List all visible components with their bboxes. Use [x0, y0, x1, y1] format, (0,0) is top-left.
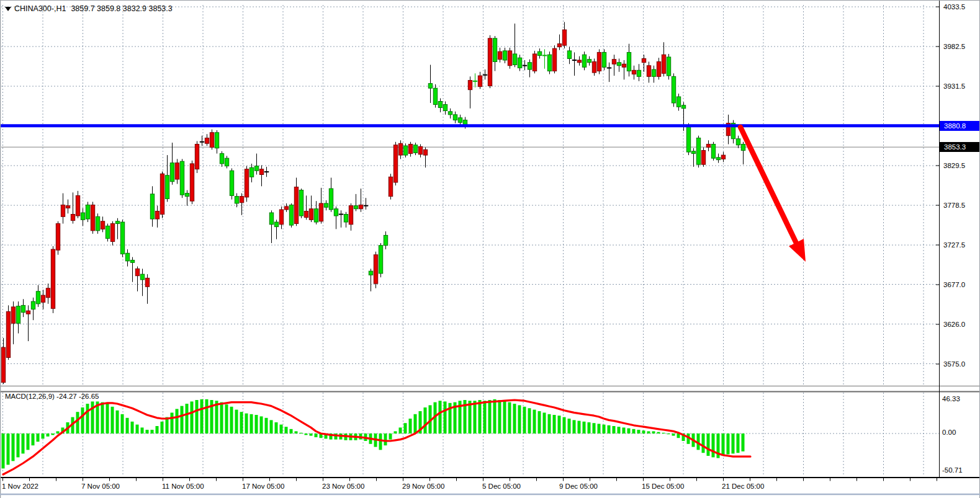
macd-histogram-bar — [508, 402, 511, 434]
candle-body — [423, 149, 427, 155]
macd-histogram-bar — [181, 406, 184, 434]
candle-body — [36, 291, 40, 304]
macd-histogram-bar — [52, 434, 55, 435]
macd-histogram-bar — [389, 434, 392, 440]
candle-body — [71, 215, 74, 221]
macd-histogram-bar — [141, 427, 144, 434]
candle-body — [642, 58, 645, 62]
macd-histogram-bar — [106, 404, 109, 434]
chart-canvas[interactable] — [0, 0, 980, 498]
time-tick-label: 23 Nov 05:00 — [322, 482, 364, 491]
macd-histogram-bar — [295, 431, 298, 434]
macd-histogram-bar — [409, 419, 412, 434]
macd-histogram-bar — [568, 419, 571, 434]
candle-body — [662, 55, 665, 73]
macd-histogram-bar — [56, 431, 60, 434]
macd-histogram-bar — [493, 399, 497, 434]
time-tick-label: 5 Dec 05:00 — [482, 482, 521, 491]
candle-body — [150, 194, 154, 219]
macd-histogram-bar — [305, 434, 308, 435]
macd-histogram-bar — [558, 416, 561, 434]
ohlc-values: 3859.7 3859.8 3832.9 3853.3 — [71, 4, 172, 13]
candle-body — [56, 224, 60, 251]
macd-histogram-bar — [101, 402, 104, 434]
candle-body — [453, 115, 457, 120]
candle-body — [567, 51, 571, 59]
candle-body — [155, 211, 159, 219]
candle-body — [324, 203, 328, 207]
candle-body — [652, 69, 655, 76]
macd-histogram-bar — [424, 407, 427, 434]
time-tick-label: 11 Nov 05:00 — [162, 482, 204, 491]
candle-body — [677, 97, 680, 107]
candle-body — [488, 38, 492, 86]
candle-body — [16, 306, 20, 324]
candle-body — [587, 60, 591, 63]
macd-histogram-bar — [578, 421, 581, 434]
macd-histogram-bar — [116, 411, 119, 434]
candle-body — [51, 249, 55, 308]
macd-histogram-bar — [290, 429, 293, 434]
candle-body — [215, 133, 218, 148]
macd-histogram-bar — [111, 407, 114, 434]
candle-body — [637, 70, 641, 76]
candle-body — [389, 177, 392, 196]
candle-body — [681, 105, 685, 109]
macd-histogram-bar — [399, 427, 402, 434]
candle-body — [612, 60, 616, 64]
candle-body — [195, 145, 199, 169]
macd-histogram-bar — [156, 426, 159, 434]
macd-histogram-bar — [151, 430, 154, 434]
macd-histogram-bar — [81, 407, 84, 434]
candle-body — [493, 38, 497, 62]
price-tick-label: 3982.5 — [943, 42, 965, 51]
candle-body — [86, 205, 89, 219]
macd-histogram-bar — [255, 415, 258, 434]
candle-body — [299, 190, 303, 216]
macd-histogram-bar — [91, 401, 94, 434]
macd-histogram-bar — [146, 430, 149, 434]
candle-body — [220, 154, 223, 164]
macd-histogram-bar — [285, 427, 288, 434]
price-tick-label: 3626.0 — [943, 320, 965, 329]
macd-histogram-bar — [608, 425, 611, 434]
candle-body — [384, 235, 387, 245]
macd-histogram-bar — [657, 432, 660, 434]
macd-histogram-bar — [583, 422, 586, 434]
candle-body — [46, 288, 50, 298]
time-tick-label: 7 Nov 05:00 — [81, 482, 120, 491]
candle-body — [21, 305, 25, 312]
macd-histogram-bar — [488, 400, 492, 434]
macd-histogram-bar — [543, 412, 546, 434]
macd-histogram-bar — [637, 430, 641, 434]
price-tick-label: 3727.5 — [943, 241, 965, 249]
candle-body — [672, 76, 675, 103]
candle-body — [140, 274, 144, 280]
macd-histogram-bar — [76, 412, 79, 434]
macd-histogram-bar — [632, 429, 636, 434]
candle-body — [741, 145, 745, 151]
macd-histogram-bar — [618, 427, 621, 434]
candle-body — [597, 52, 601, 71]
macd-histogram-bar — [528, 408, 531, 434]
macd-histogram-bar — [250, 414, 253, 434]
candle-body — [309, 209, 313, 220]
candle-body — [130, 260, 134, 263]
candle-body — [1, 347, 5, 382]
candle-body — [582, 55, 586, 67]
macd-histogram-bar — [131, 422, 134, 434]
macd-histogram-bar — [205, 399, 209, 434]
candle-body — [31, 301, 35, 309]
candle-body — [513, 54, 516, 65]
candle-body — [721, 155, 725, 159]
macd-histogram-bar — [394, 431, 397, 434]
candle-body — [716, 158, 720, 160]
candle-body — [562, 30, 566, 45]
macd-histogram-bar — [270, 420, 273, 434]
candle-body — [557, 44, 561, 47]
macd-histogram-bar — [27, 434, 30, 450]
macd-histogram-bar — [196, 400, 199, 434]
macd-histogram-bar — [235, 410, 238, 434]
candle-body — [547, 55, 551, 71]
symbol-marker-icon[interactable] — [5, 7, 11, 11]
